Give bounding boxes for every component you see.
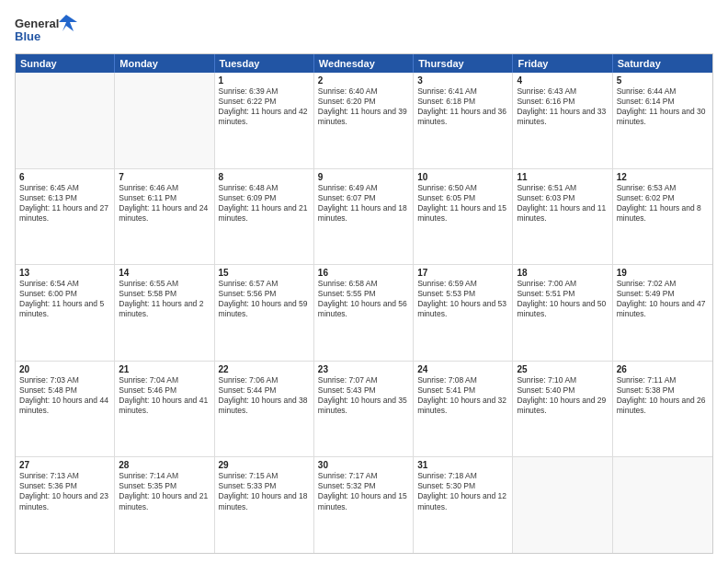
empty-cell-4-6 xyxy=(613,457,712,553)
day-number: 22 xyxy=(219,364,310,374)
day-info: Sunrise: 7:18 AM Sunset: 5:30 PM Dayligh… xyxy=(417,471,508,511)
header-day-tuesday: Tuesday xyxy=(215,54,314,73)
day-number: 17 xyxy=(417,268,508,278)
calendar: SundayMondayTuesdayWednesdayThursdayFrid… xyxy=(15,53,713,554)
day-number: 30 xyxy=(318,460,409,470)
empty-cell-0-1 xyxy=(115,73,214,168)
day-number: 7 xyxy=(119,172,210,182)
day-info: Sunrise: 7:17 AM Sunset: 5:32 PM Dayligh… xyxy=(318,471,409,511)
day-number: 26 xyxy=(617,364,709,374)
header-day-sunday: Sunday xyxy=(16,54,115,73)
day-number: 1 xyxy=(219,75,310,86)
day-number: 25 xyxy=(517,364,608,374)
header-day-monday: Monday xyxy=(115,54,214,73)
svg-marker-2 xyxy=(59,15,77,31)
day-cell-12: 12Sunrise: 6:53 AM Sunset: 6:02 PM Dayli… xyxy=(613,169,712,265)
day-info: Sunrise: 6:39 AM Sunset: 6:22 PM Dayligh… xyxy=(219,86,310,127)
calendar-header: SundayMondayTuesdayWednesdayThursdayFrid… xyxy=(16,54,712,73)
day-info: Sunrise: 7:14 AM Sunset: 5:35 PM Dayligh… xyxy=(119,471,210,511)
day-info: Sunrise: 7:08 AM Sunset: 5:41 PM Dayligh… xyxy=(417,375,508,416)
empty-cell-4-5 xyxy=(513,457,612,553)
day-cell-10: 10Sunrise: 6:50 AM Sunset: 6:05 PM Dayli… xyxy=(414,169,513,265)
day-cell-18: 18Sunrise: 7:00 AM Sunset: 5:51 PM Dayli… xyxy=(513,265,612,361)
header-day-saturday: Saturday xyxy=(613,54,712,73)
day-number: 11 xyxy=(517,172,608,182)
day-number: 6 xyxy=(19,172,110,182)
calendar-row-3: 20Sunrise: 7:03 AM Sunset: 5:48 PM Dayli… xyxy=(16,361,712,457)
day-number: 16 xyxy=(318,268,409,278)
day-info: Sunrise: 7:02 AM Sunset: 5:49 PM Dayligh… xyxy=(617,279,709,319)
day-number: 29 xyxy=(219,460,310,470)
day-cell-6: 6Sunrise: 6:45 AM Sunset: 6:13 PM Daylig… xyxy=(16,169,115,265)
day-number: 19 xyxy=(617,268,709,278)
day-info: Sunrise: 7:04 AM Sunset: 5:46 PM Dayligh… xyxy=(119,375,210,416)
calendar-row-0: 1Sunrise: 6:39 AM Sunset: 6:22 PM Daylig… xyxy=(16,73,712,168)
day-number: 20 xyxy=(19,364,110,374)
day-cell-7: 7Sunrise: 6:46 AM Sunset: 6:11 PM Daylig… xyxy=(115,169,214,265)
day-cell-3: 3Sunrise: 6:41 AM Sunset: 6:18 PM Daylig… xyxy=(414,73,513,168)
day-number: 31 xyxy=(417,460,508,470)
empty-cell-0-0 xyxy=(16,73,115,168)
day-cell-30: 30Sunrise: 7:17 AM Sunset: 5:32 PM Dayli… xyxy=(314,457,414,553)
day-cell-14: 14Sunrise: 6:55 AM Sunset: 5:58 PM Dayli… xyxy=(115,265,214,361)
day-info: Sunrise: 6:53 AM Sunset: 6:02 PM Dayligh… xyxy=(617,183,709,224)
day-number: 5 xyxy=(617,75,709,86)
day-cell-31: 31Sunrise: 7:18 AM Sunset: 5:30 PM Dayli… xyxy=(414,457,513,553)
day-info: Sunrise: 6:45 AM Sunset: 6:13 PM Dayligh… xyxy=(19,183,110,224)
day-info: Sunrise: 6:44 AM Sunset: 6:14 PM Dayligh… xyxy=(617,86,709,127)
day-cell-11: 11Sunrise: 6:51 AM Sunset: 6:03 PM Dayli… xyxy=(513,169,612,265)
day-cell-19: 19Sunrise: 7:02 AM Sunset: 5:49 PM Dayli… xyxy=(613,265,712,361)
day-number: 9 xyxy=(318,172,409,182)
day-cell-8: 8Sunrise: 6:48 AM Sunset: 6:09 PM Daylig… xyxy=(215,169,314,265)
day-info: Sunrise: 6:46 AM Sunset: 6:11 PM Dayligh… xyxy=(119,183,210,224)
day-cell-16: 16Sunrise: 6:58 AM Sunset: 5:55 PM Dayli… xyxy=(314,265,414,361)
day-cell-26: 26Sunrise: 7:11 AM Sunset: 5:38 PM Dayli… xyxy=(613,362,712,457)
day-cell-2: 2Sunrise: 6:40 AM Sunset: 6:20 PM Daylig… xyxy=(314,73,414,168)
day-info: Sunrise: 6:54 AM Sunset: 6:00 PM Dayligh… xyxy=(19,279,110,319)
day-number: 18 xyxy=(517,268,608,278)
day-info: Sunrise: 7:15 AM Sunset: 5:33 PM Dayligh… xyxy=(219,471,310,511)
day-cell-22: 22Sunrise: 7:06 AM Sunset: 5:44 PM Dayli… xyxy=(215,362,314,457)
day-info: Sunrise: 6:58 AM Sunset: 5:55 PM Dayligh… xyxy=(318,279,409,319)
day-cell-20: 20Sunrise: 7:03 AM Sunset: 5:48 PM Dayli… xyxy=(16,362,115,457)
day-cell-29: 29Sunrise: 7:15 AM Sunset: 5:33 PM Dayli… xyxy=(215,457,314,553)
day-info: Sunrise: 7:13 AM Sunset: 5:36 PM Dayligh… xyxy=(19,471,110,511)
header-day-thursday: Thursday xyxy=(414,54,513,73)
day-info: Sunrise: 6:55 AM Sunset: 5:58 PM Dayligh… xyxy=(119,279,210,319)
day-info: Sunrise: 6:40 AM Sunset: 6:20 PM Dayligh… xyxy=(318,86,409,127)
day-cell-24: 24Sunrise: 7:08 AM Sunset: 5:41 PM Dayli… xyxy=(414,362,513,457)
day-number: 12 xyxy=(617,172,709,182)
day-number: 13 xyxy=(19,268,110,278)
day-number: 21 xyxy=(119,364,210,374)
day-info: Sunrise: 7:11 AM Sunset: 5:38 PM Dayligh… xyxy=(617,375,709,416)
day-cell-5: 5Sunrise: 6:44 AM Sunset: 6:14 PM Daylig… xyxy=(613,73,712,168)
day-number: 27 xyxy=(19,460,110,470)
svg-text:General: General xyxy=(15,17,59,30)
day-cell-27: 27Sunrise: 7:13 AM Sunset: 5:36 PM Dayli… xyxy=(16,457,115,553)
day-info: Sunrise: 6:59 AM Sunset: 5:53 PM Dayligh… xyxy=(417,279,508,319)
svg-text:Blue: Blue xyxy=(15,29,40,43)
day-number: 4 xyxy=(517,75,608,86)
day-number: 2 xyxy=(318,75,409,86)
day-info: Sunrise: 7:03 AM Sunset: 5:48 PM Dayligh… xyxy=(19,375,110,416)
header: General Blue xyxy=(15,13,713,46)
day-number: 28 xyxy=(119,460,210,470)
calendar-row-4: 27Sunrise: 7:13 AM Sunset: 5:36 PM Dayli… xyxy=(16,456,712,553)
day-number: 23 xyxy=(318,364,409,374)
calendar-row-1: 6Sunrise: 6:45 AM Sunset: 6:13 PM Daylig… xyxy=(16,168,712,265)
day-number: 10 xyxy=(417,172,508,182)
day-cell-17: 17Sunrise: 6:59 AM Sunset: 5:53 PM Dayli… xyxy=(414,265,513,361)
day-info: Sunrise: 6:43 AM Sunset: 6:16 PM Dayligh… xyxy=(517,86,608,127)
day-info: Sunrise: 7:00 AM Sunset: 5:51 PM Dayligh… xyxy=(517,279,608,319)
day-info: Sunrise: 6:41 AM Sunset: 6:18 PM Dayligh… xyxy=(417,86,508,127)
day-cell-13: 13Sunrise: 6:54 AM Sunset: 6:00 PM Dayli… xyxy=(16,265,115,361)
day-info: Sunrise: 6:57 AM Sunset: 5:56 PM Dayligh… xyxy=(219,279,310,319)
day-info: Sunrise: 6:50 AM Sunset: 6:05 PM Dayligh… xyxy=(417,183,508,224)
day-cell-28: 28Sunrise: 7:14 AM Sunset: 5:35 PM Dayli… xyxy=(115,457,214,553)
day-cell-1: 1Sunrise: 6:39 AM Sunset: 6:22 PM Daylig… xyxy=(215,73,314,168)
day-cell-23: 23Sunrise: 7:07 AM Sunset: 5:43 PM Dayli… xyxy=(314,362,414,457)
page: General Blue SundayMondayTuesdayWednesda… xyxy=(0,0,728,563)
day-cell-4: 4Sunrise: 6:43 AM Sunset: 6:16 PM Daylig… xyxy=(513,73,612,168)
header-day-friday: Friday xyxy=(513,54,612,73)
calendar-body: 1Sunrise: 6:39 AM Sunset: 6:22 PM Daylig… xyxy=(16,73,712,553)
